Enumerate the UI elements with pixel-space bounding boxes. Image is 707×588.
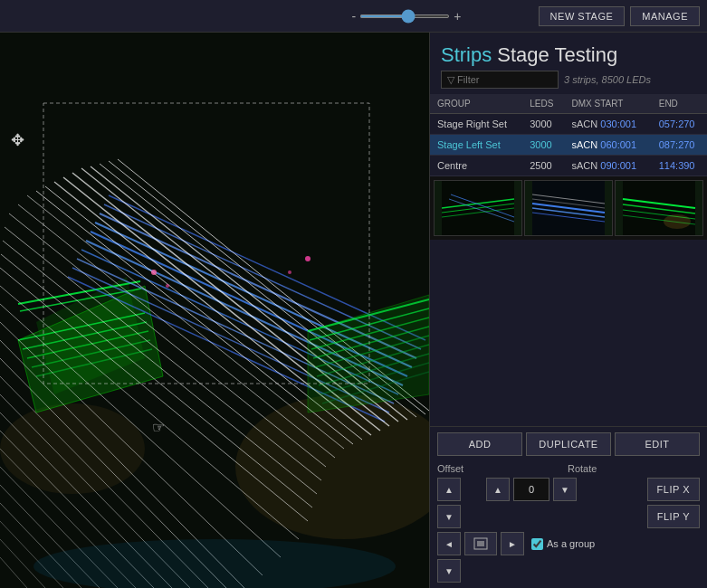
panel-title: Strips Stage Testing bbox=[430, 33, 707, 71]
as-group-label: As a group bbox=[547, 538, 595, 549]
cell-leds: 2500 bbox=[522, 156, 564, 176]
table-row[interactable]: Centre2500sACN 090:001114:390 bbox=[430, 156, 707, 176]
manage-button[interactable]: MANAGE bbox=[630, 6, 700, 26]
cell-leds: 3000 bbox=[522, 135, 564, 156]
svg-text:✥: ✥ bbox=[11, 131, 24, 149]
add-button[interactable]: ADD bbox=[437, 432, 522, 456]
thumb-3[interactable] bbox=[615, 180, 703, 236]
cell-end: 087:270 bbox=[652, 135, 707, 156]
svg-text:☞: ☞ bbox=[152, 420, 165, 435]
cell-group: Stage Left Set bbox=[430, 135, 522, 156]
zoom-plus[interactable]: + bbox=[454, 9, 461, 24]
scene-background: ✥ ☞ bbox=[0, 33, 429, 588]
top-bar: - + NEW STAGE MANAGE bbox=[0, 0, 707, 33]
center-icon-button[interactable] bbox=[464, 532, 497, 555]
canvas-area[interactable]: ✥ ☞ bbox=[0, 33, 429, 588]
group-checkbox-wrap: As a group bbox=[531, 538, 595, 550]
svg-point-67 bbox=[151, 270, 157, 275]
title-strips: Strips bbox=[441, 43, 492, 67]
cell-leds: 3000 bbox=[522, 114, 564, 135]
filter-input[interactable] bbox=[441, 71, 559, 89]
filter-row: 3 strips, 8500 LEDs bbox=[430, 71, 707, 94]
flip-y-button[interactable]: FLIP Y bbox=[647, 505, 700, 528]
svg-rect-92 bbox=[477, 541, 484, 546]
cell-end: 114:390 bbox=[652, 156, 707, 176]
cell-dmx-start: sACN 090:001 bbox=[565, 156, 652, 176]
rotate-label: Rotate bbox=[568, 463, 640, 474]
col-end: END bbox=[652, 94, 707, 114]
move-right-button[interactable]: ► bbox=[501, 532, 524, 555]
cell-dmx-start: sACN 030:001 bbox=[565, 114, 652, 135]
center-icon bbox=[473, 536, 489, 551]
cell-end: 057:270 bbox=[652, 114, 707, 135]
groups-table: GROUP LEDS DMX START END Stage Right Set… bbox=[430, 94, 707, 176]
col-dmx-start: DMX START bbox=[565, 94, 652, 114]
bottom-controls: ADD DUPLICATE EDIT Offset Rotate ▲ ▲ ▼ F… bbox=[430, 426, 707, 588]
as-group-checkbox[interactable] bbox=[531, 538, 543, 550]
rotate-down-button[interactable]: ▼ bbox=[553, 478, 577, 501]
rotate-up-button[interactable]: ▲ bbox=[486, 478, 510, 501]
controls-row-1: ▲ ▲ ▼ FLIP X bbox=[437, 478, 700, 501]
thumbnail-strip bbox=[430, 176, 707, 240]
edit-button[interactable]: EDIT bbox=[615, 432, 700, 456]
title-rest: Stage Testing bbox=[497, 43, 617, 67]
offset-down-button[interactable]: ▼ bbox=[437, 505, 461, 528]
scene-svg: ✥ ☞ bbox=[0, 33, 429, 588]
cell-dmx-start: sACN 060:001 bbox=[565, 135, 652, 156]
cell-group: Stage Right Set bbox=[430, 114, 522, 135]
svg-point-68 bbox=[166, 284, 169, 288]
controls-row-2: ▼ FLIP Y bbox=[437, 505, 700, 528]
svg-point-2 bbox=[0, 403, 145, 494]
rotate-value-input[interactable] bbox=[513, 478, 549, 501]
thumb-1[interactable] bbox=[434, 180, 522, 236]
flip-x-button[interactable]: FLIP X bbox=[647, 478, 700, 501]
table-container: GROUP LEDS DMX START END Stage Right Set… bbox=[430, 94, 707, 176]
new-stage-button[interactable]: NEW STAGE bbox=[539, 6, 626, 26]
table-row[interactable]: Stage Right Set3000sACN 030:001057:270 bbox=[430, 114, 707, 135]
table-row[interactable]: Stage Left Set3000sACN 060:001087:270 bbox=[430, 135, 707, 156]
group-row: ◄ ► As a group bbox=[437, 532, 700, 555]
svg-point-66 bbox=[288, 270, 291, 274]
action-row: ADD DUPLICATE EDIT bbox=[437, 432, 700, 456]
table-body: Stage Right Set3000sACN 030:001057:270St… bbox=[430, 114, 707, 176]
move-down-button[interactable]: ▼ bbox=[437, 559, 461, 583]
col-leds: LEDS bbox=[522, 94, 564, 114]
zoom-slider[interactable] bbox=[359, 14, 450, 18]
col-group: GROUP bbox=[430, 94, 522, 114]
duplicate-button[interactable]: DUPLICATE bbox=[526, 432, 611, 456]
move-down-row: ▼ bbox=[437, 559, 700, 583]
move-left-button[interactable]: ◄ bbox=[437, 532, 461, 555]
label-row: Offset Rotate bbox=[437, 463, 700, 474]
offset-up-button[interactable]: ▲ bbox=[437, 478, 461, 501]
thumb-2[interactable] bbox=[524, 180, 613, 236]
cell-group: Centre bbox=[430, 156, 522, 176]
subtitle-label: 3 strips, 8500 LEDs bbox=[564, 74, 651, 85]
offset-label: Offset bbox=[437, 463, 510, 474]
svg-point-65 bbox=[305, 256, 311, 261]
right-panel: Strips Stage Testing 3 strips, 8500 LEDs… bbox=[429, 33, 707, 588]
svg-point-90 bbox=[664, 214, 691, 229]
zoom-slider-container: - + bbox=[352, 9, 533, 24]
zoom-minus[interactable]: - bbox=[352, 9, 357, 24]
